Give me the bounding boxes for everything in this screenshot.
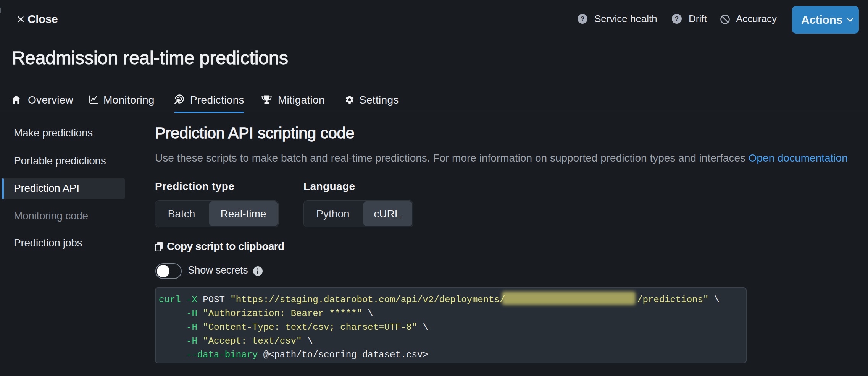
svg-text:?: ? bbox=[581, 15, 584, 23]
svg-text:?: ? bbox=[675, 15, 679, 23]
